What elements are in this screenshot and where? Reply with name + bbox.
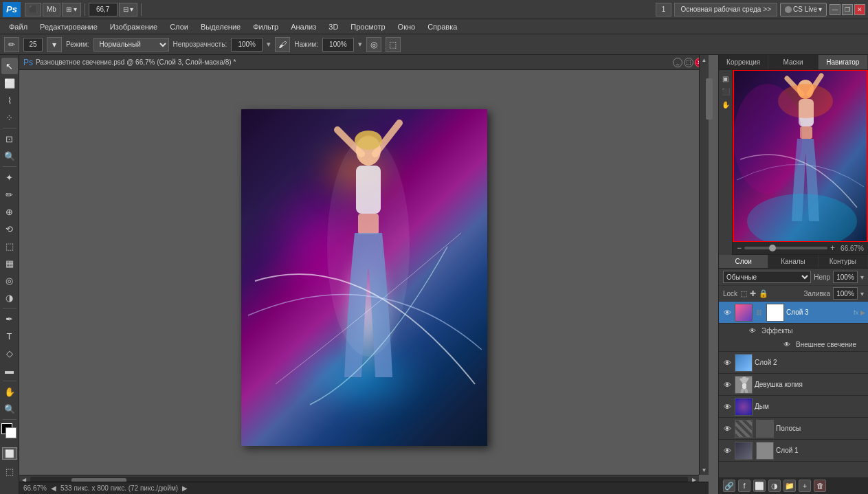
status-arrow-right[interactable]: ▶: [182, 484, 188, 492]
lock-checkerboard-icon[interactable]: ⬚: [740, 289, 747, 298]
mb-btn[interactable]: Mb: [43, 3, 60, 16]
brush-preset-icon[interactable]: ▾: [47, 37, 62, 52]
doc-min-btn[interactable]: _: [673, 58, 682, 67]
smoke-visibility[interactable]: 👁: [722, 401, 733, 412]
lock-all-icon[interactable]: 🔒: [759, 289, 768, 298]
delete-layer-btn[interactable]: 🗑: [814, 480, 826, 492]
path-tool[interactable]: ◇: [1, 345, 18, 361]
zoom-input[interactable]: [89, 3, 118, 16]
layer-blend-select[interactable]: Обычные: [723, 271, 811, 283]
layer-3-chain[interactable]: ⛓: [755, 309, 763, 316]
zoom-slider[interactable]: [744, 247, 827, 249]
gradient-tool[interactable]: ▦: [1, 255, 18, 271]
layer-opacity-input[interactable]: [833, 271, 858, 283]
zoom-slider-thumb[interactable]: [769, 245, 776, 251]
pen-tool[interactable]: ✒: [1, 311, 18, 327]
brush-tool[interactable]: ✏: [1, 186, 18, 203]
doc-canvas[interactable]: [19, 70, 709, 484]
press-arrow[interactable]: ▾: [358, 40, 362, 49]
scroll-up-arrow[interactable]: ▲: [700, 55, 709, 65]
heal-tool[interactable]: ✦: [1, 169, 18, 186]
effects-header[interactable]: 👁 Эффекты: [746, 324, 868, 337]
menu-layers[interactable]: Слои: [165, 21, 193, 32]
panel-icon-layer[interactable]: ⬛: [720, 86, 731, 97]
outer-glow-effect[interactable]: 👁 Внешнее свечение: [746, 337, 868, 351]
menu-window[interactable]: Окно: [393, 21, 421, 32]
zoom-tool[interactable]: 🔍: [1, 401, 18, 417]
panel-icon-correction[interactable]: ▣: [720, 73, 731, 84]
layer-2-visibility[interactable]: 👁: [722, 357, 733, 368]
press-input[interactable]: [322, 38, 354, 52]
layer-fill-input[interactable]: [833, 287, 858, 300]
tab-paths[interactable]: Контуры: [819, 255, 868, 268]
hand-tool[interactable]: ✋: [1, 383, 18, 400]
navigator-preview[interactable]: [733, 70, 868, 242]
airbrush-icon[interactable]: ◎: [366, 37, 381, 52]
eraser-tool[interactable]: ⬚: [1, 238, 18, 254]
history-btn[interactable]: ⬛: [25, 3, 41, 16]
screen-mode-btn[interactable]: ⬚: [1, 463, 18, 480]
dancer-copy-visibility[interactable]: 👁: [722, 379, 733, 390]
crop-tool[interactable]: ⊡: [1, 131, 18, 147]
workspace-number[interactable]: 1: [656, 3, 672, 16]
win-close-btn[interactable]: ✕: [854, 4, 865, 15]
layer-3-arrow[interactable]: ▶: [860, 309, 865, 316]
opacity-stepper[interactable]: ▾: [860, 273, 864, 281]
tablet-icon[interactable]: ⬚: [386, 37, 401, 52]
menu-edit[interactable]: Редактирование: [35, 21, 102, 32]
workspace-label-btn[interactable]: Основная рабочая среда >>: [674, 3, 777, 16]
scroll-down-arrow[interactable]: ▼: [700, 465, 709, 475]
menu-view[interactable]: Просмотр: [346, 21, 390, 32]
vertical-scrollbar[interactable]: ▲ ▼: [699, 55, 709, 475]
lock-move-icon[interactable]: ✚: [750, 289, 756, 298]
tab-channels[interactable]: Каналы: [768, 255, 818, 268]
menu-filter[interactable]: Фильтр: [248, 21, 283, 32]
layer-item-3[interactable]: 👁 ⛓ Слой 3 fx ▶: [719, 302, 868, 324]
effects-eye[interactable]: 👁: [749, 327, 759, 335]
brush-tool-icon[interactable]: ✏: [4, 37, 19, 52]
stripes-visibility[interactable]: 👁: [722, 423, 733, 434]
zoom-increase-icon[interactable]: +: [830, 243, 835, 253]
menu-analysis[interactable]: Анализ: [286, 21, 321, 32]
layer-item-dancer-copy[interactable]: 👁 Девушка копия: [719, 374, 868, 396]
group-layers-btn[interactable]: 📁: [783, 480, 796, 492]
win-restore-btn[interactable]: ❐: [842, 4, 853, 15]
wand-tool[interactable]: ⁘: [1, 109, 18, 126]
layer-1-visibility[interactable]: 👁: [722, 445, 733, 456]
brush-size-input[interactable]: [23, 38, 43, 52]
quick-mask-btn[interactable]: ⬜: [2, 447, 17, 460]
panel-icon-hand[interactable]: ✋: [720, 99, 731, 110]
blend-mode-select[interactable]: Нормальный: [93, 38, 169, 52]
background-color[interactable]: [5, 427, 16, 438]
layer-item-stripes[interactable]: 👁 Полосы: [719, 418, 868, 440]
layer-item-1[interactable]: 👁 Слой 1: [719, 440, 868, 462]
text-tool[interactable]: T: [1, 328, 18, 344]
add-mask-btn[interactable]: ⬜: [753, 480, 766, 492]
opacity-input[interactable]: [231, 38, 263, 52]
shape-tool[interactable]: ▬: [1, 362, 18, 379]
fill-stepper[interactable]: ▾: [860, 290, 864, 297]
zoom-btn2[interactable]: ⊟ ▾: [119, 3, 138, 16]
menu-file[interactable]: Файл: [4, 21, 32, 32]
dodge-tool[interactable]: ◑: [1, 289, 18, 306]
lasso-tool[interactable]: ⌇: [1, 92, 18, 109]
marquee-tool[interactable]: ⬜: [1, 75, 18, 91]
layer-item-2[interactable]: 👁 Слой 2: [719, 352, 868, 374]
cs-live-btn[interactable]: CS Live ▾: [780, 3, 827, 16]
tab-navigator[interactable]: Навигатор: [819, 55, 868, 69]
history-brush-tool[interactable]: ⟲: [1, 221, 18, 237]
win-min-btn[interactable]: —: [830, 4, 841, 15]
view-btn[interactable]: ⊞ ▾: [62, 3, 81, 16]
link-layers-btn[interactable]: 🔗: [723, 480, 735, 492]
flow-icon[interactable]: 🖌: [275, 37, 290, 52]
clone-tool[interactable]: ⊕: [1, 203, 18, 220]
status-arrow-left[interactable]: ◀: [51, 484, 56, 492]
tab-layers[interactable]: Слои: [719, 255, 768, 268]
blur-tool[interactable]: ◎: [1, 272, 18, 289]
v-scroll-thumb[interactable]: [706, 78, 713, 120]
doc-restore-btn[interactable]: ⬚: [684, 58, 693, 67]
opacity-arrow[interactable]: ▾: [267, 40, 271, 49]
eyedropper-tool[interactable]: 🔍: [1, 148, 18, 164]
layer-item-smoke[interactable]: 👁 Дым: [719, 396, 868, 418]
outer-glow-eye[interactable]: 👁: [783, 341, 793, 348]
